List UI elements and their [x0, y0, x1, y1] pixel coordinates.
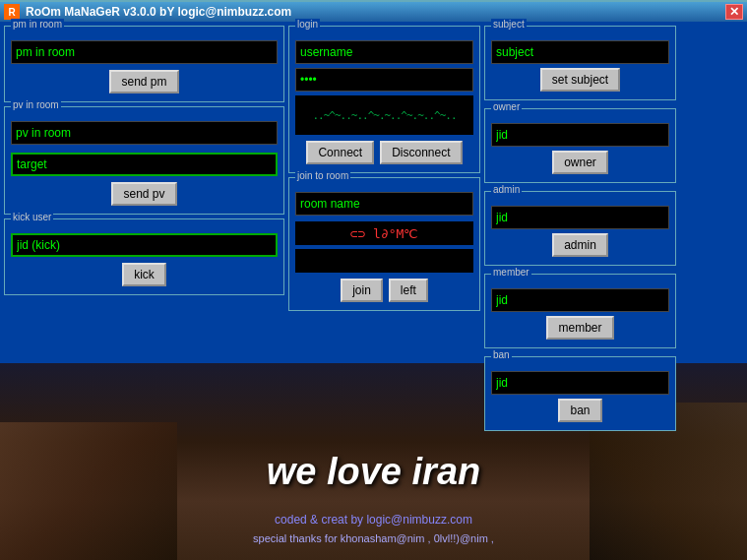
ban-btn-row: ban: [491, 399, 669, 422]
admin-btn-row: admin: [491, 233, 669, 257]
special-thanks-text: special thanks for khonasham@nim , 0lvl!…: [253, 532, 494, 544]
pv-panel-title: pv in room: [11, 99, 61, 110]
admin-panel-title: admin: [491, 184, 522, 195]
join-status-text: ⊂⊃ l∂°M℃: [350, 226, 419, 241]
ban-jid-input[interactable]: [491, 371, 669, 395]
title-bar: R RoOm MaNaGeR v3.0.0 bY logic@nimbuzz.c…: [0, 0, 747, 22]
login-panel: login ..~^~..~..^~.~..^~.~..^~.. Connect…: [288, 26, 480, 173]
captcha-text: ..~^~..~..^~.~..^~.~..^~..: [312, 109, 456, 122]
send-pv-button[interactable]: send pv: [111, 182, 176, 206]
ban-panel: ban ban: [484, 356, 676, 431]
owner-jid-input[interactable]: [491, 123, 669, 147]
kick-button[interactable]: kick: [122, 263, 166, 286]
middle-column: login ..~^~..~..^~.~..^~.~..^~.. Connect…: [288, 26, 480, 435]
join-button[interactable]: join: [341, 279, 383, 302]
we-love-iran-text: we love iran: [267, 451, 481, 493]
pv-target-input[interactable]: [11, 153, 278, 176]
owner-panel: owner owner: [484, 108, 676, 183]
owner-button[interactable]: owner: [552, 151, 608, 174]
username-row: [295, 40, 473, 64]
subject-input[interactable]: [491, 40, 669, 64]
member-jid-input[interactable]: [491, 288, 669, 312]
join-btn-row: join left: [295, 279, 473, 302]
left-column: pm in room send pm pv in room send pv ki…: [4, 26, 284, 435]
app-icon: R: [4, 4, 20, 20]
admin-jid-input[interactable]: [491, 206, 669, 229]
room-password-area: [295, 249, 473, 273]
captcha-area: ..~^~..~..^~.~..^~.~..^~..: [295, 95, 473, 135]
send-pm-button[interactable]: send pm: [109, 70, 178, 93]
pv-panel: pv in room send pv: [4, 106, 284, 215]
pv-send-row: send pv: [11, 182, 278, 206]
icon-letter: R: [8, 7, 15, 18]
kick-btn-row: kick: [11, 263, 278, 286]
kick-panel-title: kick user: [11, 212, 53, 222]
connect-row: Connect Disconnect: [295, 141, 473, 164]
username-input[interactable]: [295, 40, 473, 64]
pm-send-row: send pm: [11, 70, 278, 93]
ban-button[interactable]: ban: [558, 399, 601, 422]
join-status-area: ⊂⊃ l∂°M℃: [295, 221, 473, 245]
face-overlay-left: [0, 422, 177, 560]
pm-input[interactable]: [11, 40, 278, 64]
app-title: RoOm MaNaGeR v3.0.0 bY logic@nimbuzz.com: [26, 5, 291, 19]
disconnect-button[interactable]: Disconnect: [380, 141, 462, 164]
subject-panel: subject set subject: [484, 26, 676, 100]
kick-panel: kick user kick: [4, 218, 284, 295]
subject-btn-row: set subject: [491, 68, 669, 92]
password-input[interactable]: [295, 68, 473, 92]
member-panel: member member: [484, 274, 676, 348]
password-row: [295, 68, 473, 92]
set-subject-button[interactable]: set subject: [540, 68, 620, 92]
coded-by-text: coded & creat by logic@nimbuzz.com: [275, 513, 472, 527]
connect-button[interactable]: Connect: [306, 141, 374, 164]
main-window: we love iran coded & creat by logic@nimb…: [0, 22, 747, 560]
join-panel-title: join to room: [295, 170, 350, 181]
member-button[interactable]: member: [546, 316, 613, 340]
subject-panel-title: subject: [491, 19, 527, 30]
pm-panel-title: pm in room: [11, 19, 64, 30]
owner-btn-row: owner: [491, 151, 669, 174]
pv-input[interactable]: [11, 121, 278, 145]
left-button[interactable]: left: [389, 279, 428, 302]
room-name-input[interactable]: [295, 192, 473, 216]
owner-panel-title: owner: [491, 101, 522, 112]
kick-jid-input[interactable]: [11, 233, 278, 257]
panels-row: pm in room send pm pv in room send pv ki…: [4, 26, 743, 435]
pm-panel: pm in room send pm: [4, 26, 284, 102]
admin-button[interactable]: admin: [552, 233, 608, 257]
ban-panel-title: ban: [491, 349, 512, 360]
admin-panel: admin admin: [484, 191, 676, 266]
right-column: subject set subject owner owner admin: [484, 26, 676, 435]
member-panel-title: member: [491, 267, 531, 278]
member-btn-row: member: [491, 316, 669, 340]
login-panel-title: login: [295, 19, 320, 30]
close-button[interactable]: ✕: [725, 4, 743, 20]
join-panel: join to room ⊂⊃ l∂°M℃ join left: [288, 177, 480, 311]
